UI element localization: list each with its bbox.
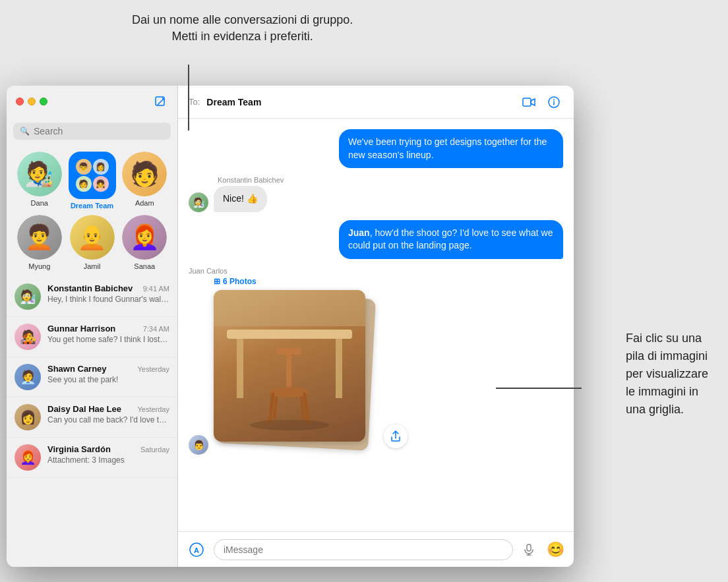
app-window: 🔍 🧑‍🎨 Dana 👦 👩 🧑	[7, 86, 574, 567]
pinned-item-dream-team[interactable]: 👦 👩 🧑 👧 Dream Team	[69, 152, 116, 210]
pinned-label-adam: Adam	[135, 199, 154, 207]
minimize-button[interactable]	[28, 98, 36, 105]
conv-avatar-virginia: 👩‍🦰	[15, 444, 41, 471]
message-text-2: Nice! 👍	[223, 193, 258, 204]
message-bubble-2: Nice! 👍	[214, 186, 267, 212]
message-with-avatar-konstantin: 🧑‍🔬 Nice! 👍	[189, 186, 267, 212]
svg-rect-11	[276, 348, 301, 355]
message-text-3: , how'd the shoot go? I'd love to see wh…	[348, 227, 553, 251]
conv-info-virginia: Virginia Sardón Saturday Attachment: 3 I…	[47, 444, 169, 465]
app-store-button[interactable]: A	[186, 539, 207, 560]
conv-time-gunnar: 7:34 AM	[143, 325, 169, 333]
fullscreen-button[interactable]	[40, 98, 47, 105]
photo-stack[interactable]	[214, 290, 379, 455]
conv-time-virginia: Saturday	[140, 446, 169, 453]
annotation-top-line1: Dai un nome alle conversazioni di gruppo…	[132, 13, 353, 26]
pinned-label-dana: Dana	[31, 199, 48, 207]
search-icon: 🔍	[20, 127, 30, 136]
chat-to-label: To:	[189, 97, 200, 107]
pinned-item-adam[interactable]: 🧑 Adam	[121, 152, 169, 210]
audio-button[interactable]	[520, 540, 538, 559]
message-bubble-1: We've been trying to get designs togethe…	[339, 129, 563, 168]
share-button[interactable]	[384, 424, 408, 448]
conv-avatar-daisy: 👩	[15, 404, 41, 430]
photo-stack-container[interactable]	[214, 290, 408, 455]
svg-rect-3	[523, 98, 531, 106]
photo-sender-name: Juan Carlos	[189, 267, 228, 275]
annotation-right-line4: le immagini in	[626, 385, 698, 398]
search-bar: 🔍	[13, 123, 171, 140]
conv-avatar-shawn: 🧑‍💼	[15, 364, 41, 390]
chat-area: To: Dream Team We've been trying to	[178, 86, 574, 567]
message-sender-konstantin: Konstantin Babichev	[189, 176, 284, 184]
search-input[interactable]	[34, 126, 164, 136]
message-2: Konstantin Babichev 🧑‍🔬 Nice! 👍	[189, 176, 563, 212]
photo-with-avatar: 👨 ⊞ 6 Photos	[189, 277, 408, 455]
message-input[interactable]	[214, 539, 513, 560]
traffic-lights	[16, 98, 47, 105]
photo-content-area: ⊞ 6 Photos	[214, 277, 408, 455]
sidebar: 🔍 🧑‍🎨 Dana 👦 👩 🧑	[7, 86, 178, 567]
conv-info-gunnar: Gunnar Harrison 7:34 AM You get home saf…	[47, 324, 169, 344]
photo-sender-label: Juan Carlos	[189, 267, 228, 275]
annotation-right-line3: per visualizzare	[626, 367, 708, 380]
emoji-button[interactable]: 😊	[545, 539, 566, 560]
pinned-item-myung[interactable]: 🧑‍🦱 Myung	[16, 215, 63, 270]
chat-title: Dream Team	[206, 97, 513, 107]
svg-point-6	[553, 99, 555, 100]
close-button[interactable]	[16, 98, 24, 105]
message-3: Juan, how'd the shoot go? I'd love to se…	[189, 220, 563, 259]
svg-rect-21	[527, 544, 531, 551]
dream-team-cluster: 👦 👩 🧑 👧	[72, 155, 113, 196]
conv-preview-daisy: Can you call me back? I'd love to hear m…	[47, 415, 169, 424]
message-1: We've been trying to get designs togethe…	[189, 129, 563, 168]
conv-preview-shawn: See you at the park!	[47, 375, 169, 384]
conv-time-shawn: Yesterday	[137, 365, 169, 373]
annotation-right: Fai clic su una pila di immagini per vis…	[626, 330, 708, 419]
svg-line-16	[301, 397, 303, 419]
conv-time-konstantin: 9:41 AM	[143, 285, 169, 293]
conv-avatar-gunnar: 🧑‍🎤	[15, 324, 41, 350]
conv-preview-virginia: Attachment: 3 Images	[47, 455, 169, 465]
conv-item-virginia[interactable]: 👩‍🦰 Virginia Sardón Saturday Attachment:…	[7, 438, 177, 478]
conv-item-gunnar[interactable]: 🧑‍🎤 Gunnar Harrison 7:34 AM You get home…	[7, 317, 177, 357]
svg-line-15	[274, 397, 276, 419]
photo-card-front	[214, 290, 365, 442]
message-bubble-3: Juan, how'd the shoot go? I'd love to se…	[339, 220, 563, 259]
pinned-item-jamil[interactable]: 🧑‍🦲 Jamil	[69, 215, 116, 270]
compose-button[interactable]	[152, 94, 168, 109]
svg-point-17	[250, 420, 329, 430]
info-button[interactable]	[545, 93, 563, 111]
svg-rect-18	[214, 290, 365, 326]
conv-info-konstantin: Konstantin Babichev 9:41 AM Hey, I think…	[47, 283, 169, 304]
svg-line-13	[270, 394, 273, 422]
annotation-right-line1: Fai clic su una	[626, 332, 702, 345]
callout-line-top	[188, 65, 189, 131]
photo-sender-avatar: 👨	[189, 435, 208, 455]
pinned-item-dana[interactable]: 🧑‍🎨 Dana	[16, 152, 63, 210]
chat-messages: We've been trying to get designs togethe…	[178, 119, 574, 531]
svg-rect-10	[286, 349, 291, 389]
conv-preview-gunnar: You get home safe? I think I lost my wal…	[47, 335, 169, 344]
annotation-top: Dai un nome alle conversazioni di gruppo…	[132, 12, 353, 45]
pinned-label-dream-team: Dream Team	[71, 202, 113, 210]
conversation-list: 🧑‍🔬 Konstantin Babichev 9:41 AM Hey, I t…	[7, 277, 177, 567]
chat-header: To: Dream Team	[178, 86, 574, 119]
photo-count-label: ⊞ 6 Photos	[214, 277, 408, 286]
annotation-top-line2: Metti in evidenza i preferiti.	[172, 30, 313, 43]
conv-info-daisy: Daisy Dal Hae Lee Yesterday Can you call…	[47, 404, 169, 424]
svg-rect-8	[237, 339, 243, 398]
annotation-right-line2: pila di immagini	[626, 349, 708, 363]
conv-item-konstantin[interactable]: 🧑‍🔬 Konstantin Babichev 9:41 AM Hey, I t…	[7, 277, 177, 317]
pinned-item-sanaa[interactable]: 👩‍🦰 Sanaa	[121, 215, 169, 270]
video-call-button[interactable]	[520, 93, 538, 111]
conv-item-shawn[interactable]: 🧑‍💼 Shawn Carney Yesterday See you at th…	[7, 357, 177, 397]
conv-name-konstantin: Konstantin Babichev	[47, 283, 133, 293]
pinned-label-myung: Myung	[28, 262, 50, 270]
conv-item-daisy[interactable]: 👩 Daisy Dal Hae Lee Yesterday Can you ca…	[7, 397, 177, 438]
svg-rect-9	[336, 339, 342, 398]
message-4-photos: Juan Carlos 👨 ⊞ 6 Photos	[189, 267, 563, 455]
svg-line-1	[158, 99, 164, 105]
message-mention: Juan	[348, 227, 370, 238]
svg-line-14	[305, 394, 308, 422]
